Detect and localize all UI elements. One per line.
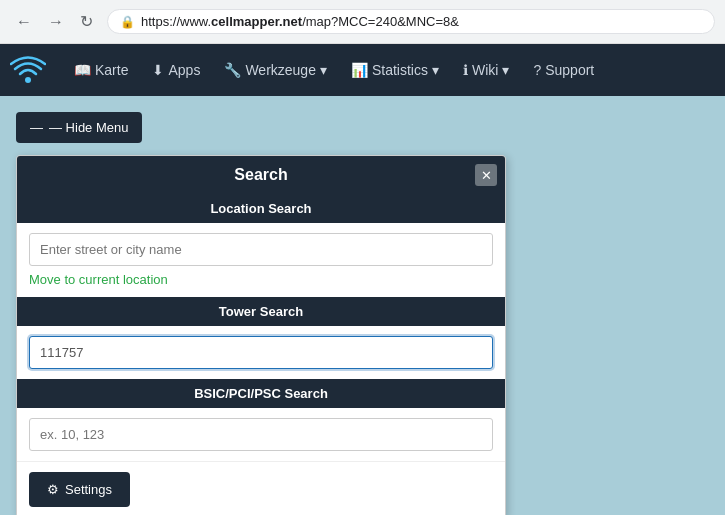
settings-label: Settings [65,482,112,497]
settings-button[interactable]: ⚙ Settings [29,472,130,507]
settings-section: ⚙ Settings [17,461,505,515]
hide-menu-label: — Hide Menu [49,120,128,135]
apps-icon: ⬇ [152,62,164,78]
hide-menu-icon: — [30,120,43,135]
werkzeuge-dropdown-icon: ▾ [320,62,327,78]
statistics-icon: 📊 [351,62,368,78]
location-search-header: Location Search [17,194,505,223]
bsic-search-input[interactable] [29,418,493,451]
main-content: — — Hide Menu Search ✕ Location Search M… [0,96,725,515]
nav-werkzeuge[interactable]: 🔧 Werkzeuge ▾ [222,58,329,82]
back-button[interactable]: ← [10,9,38,35]
nav-apps-label: Apps [168,62,200,78]
location-search-title: Location Search [210,201,311,216]
address-bar[interactable]: 🔒 https://www.cellmapper.net/map?MCC=240… [107,9,715,34]
nav-support-label: Support [545,62,594,78]
search-panel-header: Search ✕ [17,156,505,194]
nav-wiki[interactable]: ℹ Wiki ▾ [461,58,511,82]
nav-statistics[interactable]: 📊 Statistics ▾ [349,58,441,82]
location-search-input[interactable] [29,233,493,266]
tower-search-header: Tower Search [17,297,505,326]
svg-point-0 [25,77,31,83]
bsic-search-title: BSIC/PCI/PSC Search [194,386,328,401]
browser-nav-buttons: ← → ↻ [10,8,99,35]
tower-search-body [17,326,505,379]
karte-icon: 📖 [74,62,91,78]
tower-search-input[interactable] [29,336,493,369]
nav-werkzeuge-label: Werkzeuge [245,62,316,78]
bsic-search-body [17,408,505,461]
nav-karte[interactable]: 📖 Karte [72,58,130,82]
wifi-logo [10,52,46,88]
wiki-icon: ℹ [463,62,468,78]
wiki-dropdown-icon: ▾ [502,62,509,78]
forward-button[interactable]: → [42,9,70,35]
settings-icon: ⚙ [47,482,59,497]
move-location-label: Move to current location [29,272,168,287]
nav-support[interactable]: ? Support [531,58,596,82]
tower-search-title: Tower Search [219,304,303,319]
nav-karte-label: Karte [95,62,128,78]
browser-chrome: ← → ↻ 🔒 https://www.cellmapper.net/map?M… [0,0,725,44]
search-panel-title: Search [234,166,287,183]
logo [10,52,46,88]
close-icon: ✕ [481,168,492,183]
location-search-body: Move to current location [17,223,505,297]
werkzeuge-icon: 🔧 [224,62,241,78]
bsic-search-header: BSIC/PCI/PSC Search [17,379,505,408]
close-button[interactable]: ✕ [475,164,497,186]
move-location-link[interactable]: Move to current location [29,272,493,287]
security-icon: 🔒 [120,15,135,29]
url-text: https://www.cellmapper.net/map?MCC=240&M… [141,14,459,29]
nav-apps[interactable]: ⬇ Apps [150,58,202,82]
support-icon: ? [533,62,541,78]
refresh-button[interactable]: ↻ [74,8,99,35]
search-panel: Search ✕ Location Search Move to current… [16,155,506,515]
nav-wiki-label: Wiki [472,62,498,78]
app-navbar: 📖 Karte ⬇ Apps 🔧 Werkzeuge ▾ 📊 Statistic… [0,44,725,96]
nav-statistics-label: Statistics [372,62,428,78]
hide-menu-button[interactable]: — — Hide Menu [16,112,142,143]
statistics-dropdown-icon: ▾ [432,62,439,78]
